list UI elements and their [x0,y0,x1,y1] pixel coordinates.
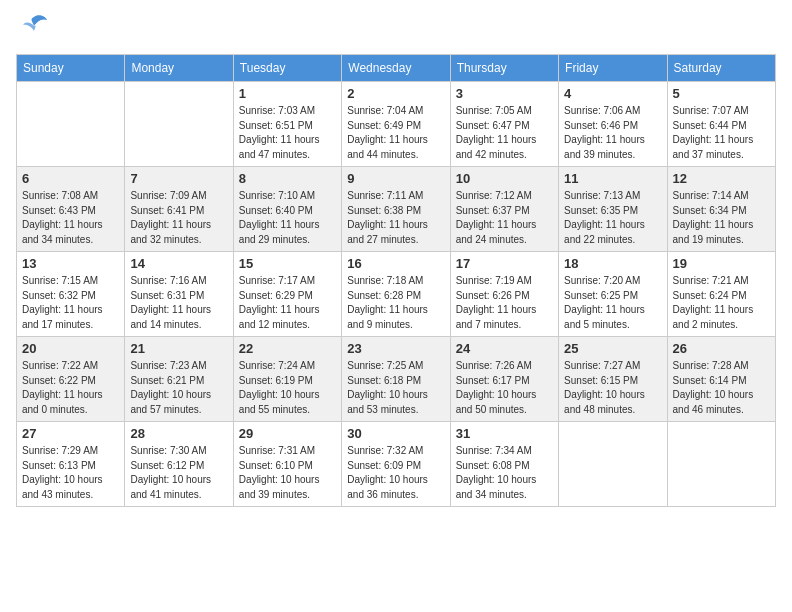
day-number: 24 [456,341,553,356]
cell-content: Sunrise: 7:32 AM Sunset: 6:09 PM Dayligh… [347,444,444,502]
cell-content: Sunrise: 7:21 AM Sunset: 6:24 PM Dayligh… [673,274,770,332]
calendar-table: SundayMondayTuesdayWednesdayThursdayFrid… [16,54,776,507]
logo [16,16,49,42]
day-number: 7 [130,171,227,186]
calendar-cell: 20Sunrise: 7:22 AM Sunset: 6:22 PM Dayli… [17,337,125,422]
cell-content: Sunrise: 7:17 AM Sunset: 6:29 PM Dayligh… [239,274,336,332]
day-number: 4 [564,86,661,101]
calendar-cell: 18Sunrise: 7:20 AM Sunset: 6:25 PM Dayli… [559,252,667,337]
day-number: 3 [456,86,553,101]
calendar-cell: 5Sunrise: 7:07 AM Sunset: 6:44 PM Daylig… [667,82,775,167]
calendar-cell: 27Sunrise: 7:29 AM Sunset: 6:13 PM Dayli… [17,422,125,507]
day-of-week-header: Wednesday [342,55,450,82]
calendar-cell: 29Sunrise: 7:31 AM Sunset: 6:10 PM Dayli… [233,422,341,507]
cell-content: Sunrise: 7:29 AM Sunset: 6:13 PM Dayligh… [22,444,119,502]
calendar-cell: 28Sunrise: 7:30 AM Sunset: 6:12 PM Dayli… [125,422,233,507]
calendar-cell [125,82,233,167]
day-of-week-header: Tuesday [233,55,341,82]
calendar-cell: 9Sunrise: 7:11 AM Sunset: 6:38 PM Daylig… [342,167,450,252]
cell-content: Sunrise: 7:20 AM Sunset: 6:25 PM Dayligh… [564,274,661,332]
day-number: 21 [130,341,227,356]
day-number: 12 [673,171,770,186]
day-of-week-header: Thursday [450,55,558,82]
day-number: 13 [22,256,119,271]
day-of-week-header: Saturday [667,55,775,82]
calendar-cell: 7Sunrise: 7:09 AM Sunset: 6:41 PM Daylig… [125,167,233,252]
calendar-cell: 2Sunrise: 7:04 AM Sunset: 6:49 PM Daylig… [342,82,450,167]
calendar-cell: 17Sunrise: 7:19 AM Sunset: 6:26 PM Dayli… [450,252,558,337]
day-number: 30 [347,426,444,441]
day-number: 15 [239,256,336,271]
cell-content: Sunrise: 7:26 AM Sunset: 6:17 PM Dayligh… [456,359,553,417]
cell-content: Sunrise: 7:19 AM Sunset: 6:26 PM Dayligh… [456,274,553,332]
calendar-cell [667,422,775,507]
day-number: 5 [673,86,770,101]
calendar-cell: 12Sunrise: 7:14 AM Sunset: 6:34 PM Dayli… [667,167,775,252]
calendar-cell: 30Sunrise: 7:32 AM Sunset: 6:09 PM Dayli… [342,422,450,507]
calendar-cell: 11Sunrise: 7:13 AM Sunset: 6:35 PM Dayli… [559,167,667,252]
cell-content: Sunrise: 7:31 AM Sunset: 6:10 PM Dayligh… [239,444,336,502]
calendar-cell: 31Sunrise: 7:34 AM Sunset: 6:08 PM Dayli… [450,422,558,507]
day-number: 26 [673,341,770,356]
day-number: 20 [22,341,119,356]
day-number: 6 [22,171,119,186]
cell-content: Sunrise: 7:27 AM Sunset: 6:15 PM Dayligh… [564,359,661,417]
cell-content: Sunrise: 7:34 AM Sunset: 6:08 PM Dayligh… [456,444,553,502]
day-number: 27 [22,426,119,441]
day-number: 22 [239,341,336,356]
calendar-cell: 25Sunrise: 7:27 AM Sunset: 6:15 PM Dayli… [559,337,667,422]
cell-content: Sunrise: 7:22 AM Sunset: 6:22 PM Dayligh… [22,359,119,417]
cell-content: Sunrise: 7:07 AM Sunset: 6:44 PM Dayligh… [673,104,770,162]
day-number: 29 [239,426,336,441]
calendar-header-row: SundayMondayTuesdayWednesdayThursdayFrid… [17,55,776,82]
cell-content: Sunrise: 7:28 AM Sunset: 6:14 PM Dayligh… [673,359,770,417]
calendar-cell: 24Sunrise: 7:26 AM Sunset: 6:17 PM Dayli… [450,337,558,422]
day-number: 28 [130,426,227,441]
day-of-week-header: Monday [125,55,233,82]
calendar-week-row: 13Sunrise: 7:15 AM Sunset: 6:32 PM Dayli… [17,252,776,337]
cell-content: Sunrise: 7:25 AM Sunset: 6:18 PM Dayligh… [347,359,444,417]
day-number: 1 [239,86,336,101]
cell-content: Sunrise: 7:08 AM Sunset: 6:43 PM Dayligh… [22,189,119,247]
day-number: 16 [347,256,444,271]
calendar-cell: 22Sunrise: 7:24 AM Sunset: 6:19 PM Dayli… [233,337,341,422]
cell-content: Sunrise: 7:04 AM Sunset: 6:49 PM Dayligh… [347,104,444,162]
calendar-cell: 19Sunrise: 7:21 AM Sunset: 6:24 PM Dayli… [667,252,775,337]
day-number: 19 [673,256,770,271]
day-number: 8 [239,171,336,186]
cell-content: Sunrise: 7:10 AM Sunset: 6:40 PM Dayligh… [239,189,336,247]
calendar-cell: 3Sunrise: 7:05 AM Sunset: 6:47 PM Daylig… [450,82,558,167]
calendar-week-row: 1Sunrise: 7:03 AM Sunset: 6:51 PM Daylig… [17,82,776,167]
cell-content: Sunrise: 7:11 AM Sunset: 6:38 PM Dayligh… [347,189,444,247]
day-number: 25 [564,341,661,356]
day-number: 10 [456,171,553,186]
cell-content: Sunrise: 7:23 AM Sunset: 6:21 PM Dayligh… [130,359,227,417]
day-number: 31 [456,426,553,441]
day-number: 11 [564,171,661,186]
day-number: 18 [564,256,661,271]
calendar-cell [17,82,125,167]
cell-content: Sunrise: 7:24 AM Sunset: 6:19 PM Dayligh… [239,359,336,417]
calendar-cell: 6Sunrise: 7:08 AM Sunset: 6:43 PM Daylig… [17,167,125,252]
cell-content: Sunrise: 7:16 AM Sunset: 6:31 PM Dayligh… [130,274,227,332]
day-of-week-header: Sunday [17,55,125,82]
calendar-cell: 15Sunrise: 7:17 AM Sunset: 6:29 PM Dayli… [233,252,341,337]
calendar-week-row: 27Sunrise: 7:29 AM Sunset: 6:13 PM Dayli… [17,422,776,507]
cell-content: Sunrise: 7:09 AM Sunset: 6:41 PM Dayligh… [130,189,227,247]
cell-content: Sunrise: 7:14 AM Sunset: 6:34 PM Dayligh… [673,189,770,247]
calendar-cell [559,422,667,507]
calendar-cell: 10Sunrise: 7:12 AM Sunset: 6:37 PM Dayli… [450,167,558,252]
cell-content: Sunrise: 7:18 AM Sunset: 6:28 PM Dayligh… [347,274,444,332]
day-number: 23 [347,341,444,356]
cell-content: Sunrise: 7:13 AM Sunset: 6:35 PM Dayligh… [564,189,661,247]
cell-content: Sunrise: 7:15 AM Sunset: 6:32 PM Dayligh… [22,274,119,332]
cell-content: Sunrise: 7:05 AM Sunset: 6:47 PM Dayligh… [456,104,553,162]
day-number: 2 [347,86,444,101]
calendar-cell: 23Sunrise: 7:25 AM Sunset: 6:18 PM Dayli… [342,337,450,422]
calendar-cell: 13Sunrise: 7:15 AM Sunset: 6:32 PM Dayli… [17,252,125,337]
cell-content: Sunrise: 7:03 AM Sunset: 6:51 PM Dayligh… [239,104,336,162]
calendar-cell: 1Sunrise: 7:03 AM Sunset: 6:51 PM Daylig… [233,82,341,167]
day-number: 17 [456,256,553,271]
calendar-cell: 8Sunrise: 7:10 AM Sunset: 6:40 PM Daylig… [233,167,341,252]
logo-bird-icon [19,12,49,42]
